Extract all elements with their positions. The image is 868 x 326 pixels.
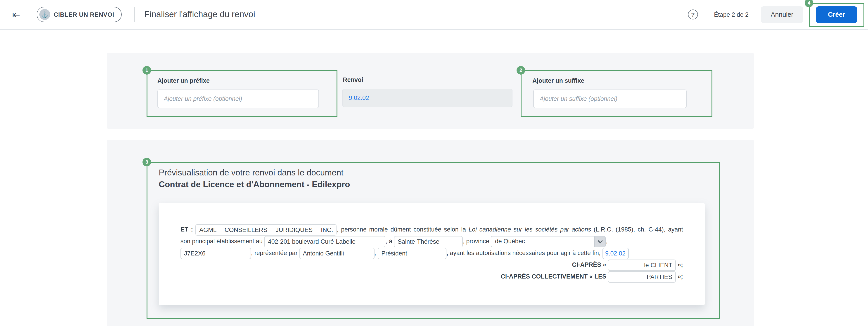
top-bar: ⇤ ⚓ CIBLER UN RENVOI Finaliser l'afficha…	[0, 0, 868, 30]
preview-document-title: Contrat de Licence et d'Abonnement - Edi…	[159, 180, 350, 190]
prefix-label: Ajouter un préfixe	[157, 77, 210, 84]
renvoi-value-field: 9.02.02	[342, 89, 513, 107]
doc-line-2: son principal établissement au , à , pro…	[181, 235, 683, 247]
doc-intro-label: ET :	[181, 226, 193, 233]
help-button[interactable]: ?	[688, 9, 698, 20]
doc-text: , province	[463, 238, 491, 244]
document-preview: ET : , personne morale dûment constituée…	[159, 203, 705, 305]
step-indicator: Étape 2 de 2	[714, 11, 749, 18]
target-renvoi-button[interactable]: ⚓ CIBLER UN RENVOI	[36, 7, 122, 22]
doc-text: son principal établissement au	[181, 238, 265, 244]
create-button[interactable]: Créer	[816, 6, 857, 23]
chevron-down-icon	[597, 238, 603, 244]
divider	[134, 7, 135, 22]
doc-line-4: CI-APRÈS « »;	[181, 259, 683, 271]
renvoi-field-group: Renvoi 9.02.02	[342, 70, 513, 117]
doc-text: (L.R.C. (1985), ch. C-44), ayant	[591, 226, 683, 233]
province-select-value: de Québec	[495, 236, 525, 247]
step-badge-2: 2	[517, 66, 525, 75]
target-renvoi-label: CIBLER UN RENVOI	[54, 11, 114, 18]
create-button-highlight-box: 4 Créer	[809, 2, 864, 27]
preview-heading: Prévisualisation de votre renvoi dans le…	[159, 168, 344, 178]
ci-apres-suffix: »;	[678, 261, 683, 268]
doc-law-name: Loi canadienne sur les sociétés par acti…	[469, 226, 591, 233]
doc-text: ,	[374, 250, 376, 256]
anchor-icon: ⚓	[39, 9, 50, 20]
doc-text: , à	[385, 238, 394, 244]
role-input[interactable]	[378, 248, 446, 259]
prefix-input[interactable]	[157, 90, 319, 108]
page-title: Finaliser l'affichage du renvoi	[144, 9, 255, 20]
client-designation-input[interactable]	[608, 260, 676, 271]
select-button[interactable]	[595, 236, 606, 247]
divider	[706, 6, 706, 23]
suffix-input[interactable]	[533, 90, 687, 108]
suffix-label: Ajouter un suffixe	[532, 77, 584, 84]
cancel-button[interactable]: Annuler	[761, 6, 803, 23]
ci-apres-collectivement-suffix: »;	[678, 273, 683, 280]
prefix-section: 1 Ajouter un préfixe	[147, 70, 337, 117]
preview-section: 3 Prévisualisation de votre renvoi dans …	[147, 162, 720, 319]
step-badge-4: 4	[805, 0, 813, 7]
suffix-section: 2 Ajouter un suffixe	[521, 70, 712, 117]
preview-panel: 3 Prévisualisation de votre renvoi dans …	[107, 140, 754, 326]
renvoi-reference-chip: 9.02.02	[602, 248, 628, 259]
province-select[interactable]: de Québec	[491, 236, 606, 247]
doc-line-1: ET : , personne morale dûment constituée…	[181, 224, 683, 235]
parties-designation-input[interactable]	[608, 271, 676, 283]
step-badge-3: 3	[143, 158, 151, 166]
company-name-input[interactable]	[196, 224, 337, 235]
doc-text: , personne morale dûment constituée selo…	[337, 226, 469, 233]
doc-text: , représentée par	[251, 250, 299, 256]
renvoi-options-panel: 1 Ajouter un préfixe Renvoi 9.02.02 2 Aj…	[107, 53, 754, 129]
collapse-panel-button[interactable]: ⇤	[12, 10, 20, 19]
ci-apres-collectivement-label: CI-APRÈS COLLECTIVEMENT « LES	[501, 273, 606, 280]
doc-text: ,	[606, 238, 608, 244]
doc-text: , ayant les autorisations nécessaires po…	[446, 250, 602, 256]
collapse-left-icon: ⇤	[12, 9, 20, 20]
ci-apres-label: CI-APRÈS «	[572, 261, 606, 268]
city-input[interactable]	[394, 236, 463, 247]
doc-line-5: CI-APRÈS COLLECTIVEMENT « LES »;	[181, 271, 683, 283]
renvoi-label: Renvoi	[343, 76, 363, 83]
postal-code-input[interactable]	[181, 248, 251, 259]
address-input[interactable]	[265, 236, 385, 247]
representative-input[interactable]	[299, 248, 374, 259]
app-window: ⇤ ⚓ CIBLER UN RENVOI Finaliser l'afficha…	[0, 0, 868, 326]
doc-line-3: , représentée par , , ayant les autorisa…	[181, 247, 683, 259]
step-badge-1: 1	[143, 66, 151, 75]
help-icon: ?	[691, 11, 695, 18]
